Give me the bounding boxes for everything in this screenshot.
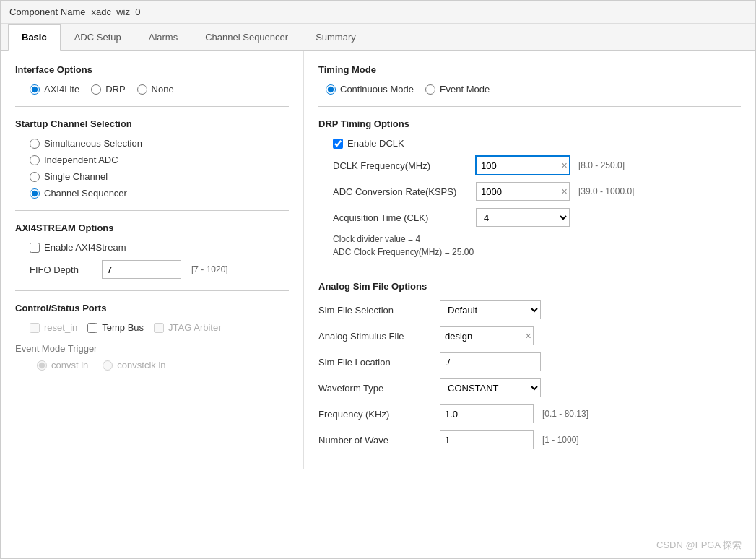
radio-channel-sequencer-input[interactable] [30,188,40,199]
radio-axi4lite-input[interactable] [30,84,40,95]
adc-conversion-label: ADC Conversion Rate(KSPS) [333,186,470,197]
radio-convst-in-input [37,360,47,370]
radio-axi4lite[interactable]: AXI4Lite [30,84,79,95]
radio-continuous-input[interactable] [326,84,336,95]
dclk-freq-clear[interactable]: ✕ [561,162,568,170]
radio-axi4lite-label: AXI4Lite [44,84,79,95]
adc-conversion-input-wrapper: ✕ [476,182,570,201]
radio-convst-in-label: convst in [51,360,88,370]
tabs-bar: Basic ADC Setup Alarms Channel Sequencer… [1,24,755,51]
tab-summary[interactable]: Summary [302,24,370,51]
waveform-type-select[interactable]: CONSTANT SINE TRIANGLE [440,378,541,397]
frequency-row: Frequency (KHz) [0.1 - 80.13] [318,404,741,423]
tab-adc-setup[interactable]: ADC Setup [61,24,135,51]
tab-channel-sequencer[interactable]: Channel Sequencer [191,24,302,51]
radio-single-channel[interactable]: Single Channel [30,171,289,182]
reset-in-label: reset_in [44,322,77,333]
acquisition-row: Acquisition Time (CLK) 4 8 16 [333,208,741,227]
clock-divider-info: Clock divider value = 4 [333,234,741,244]
radio-convst-in: convst in [37,360,88,370]
acquisition-label: Acquisition Time (CLK) [333,212,470,223]
dclk-freq-range: [8.0 - 250.0] [578,160,625,170]
dclk-freq-input[interactable] [476,156,570,175]
radio-single-channel-input[interactable] [30,172,40,182]
fifo-depth-input[interactable] [102,260,181,279]
interface-options-radios: AXI4Lite DRP None [15,84,289,95]
axi4stream-section: AXI4STREAM Options Enable AXI4Stream FIF… [15,222,289,279]
jtag-arbiter-checkbox: JTAG Arbiter [154,322,221,333]
component-name-bar: Component Name xadc_wiz_0 [1,1,755,24]
temp-bus-checkbox[interactable]: Temp Bus [87,322,144,333]
fifo-depth-row: FIFO Depth [7 - 1020] [15,260,289,279]
sim-file-location-input[interactable] [440,352,541,371]
main-container: Component Name xadc_wiz_0 Basic ADC Setu… [0,0,756,559]
radio-event[interactable]: Event Mode [425,84,490,95]
adc-conversion-clear[interactable]: ✕ [561,188,568,196]
enable-axi4stream-input[interactable] [30,243,40,253]
timing-mode-section: Timing Mode Continuous Mode Event Mode [318,64,741,95]
acquisition-select[interactable]: 4 8 16 [476,208,570,227]
radio-drp-input[interactable] [91,84,101,95]
temp-bus-input[interactable] [87,323,97,333]
drp-timing-section: DRP Timing Options Enable DCLK DCLK Freq… [318,118,741,257]
analog-stimulus-clear[interactable]: ✕ [525,332,531,340]
sim-file-selection-select[interactable]: Default Custom [440,300,541,319]
fifo-depth-label: FIFO Depth [30,264,95,275]
frequency-input[interactable] [440,404,534,423]
axi4stream-title: AXI4STREAM Options [15,222,289,233]
startup-channel-title: Startup Channel Selection [15,118,289,129]
radio-none-input[interactable] [137,84,147,95]
divider-2 [15,210,289,211]
radio-none[interactable]: None [137,84,174,95]
enable-axi4stream-checkbox[interactable]: Enable AXI4Stream [30,242,289,253]
sim-file-location-label: Sim File Location [318,357,434,368]
radio-convstclk-in: convstclk in [103,360,165,370]
num-waves-range: [1 - 1000] [542,435,579,445]
divider-3 [15,290,289,291]
radio-independent-adc-input[interactable] [30,155,40,165]
reset-in-input [30,323,40,333]
num-waves-label: Number of Wave [318,435,434,446]
adc-conversion-input[interactable] [476,182,570,201]
control-ports-title: Control/Status Ports [15,303,289,313]
frequency-label: Frequency (KHz) [318,409,434,420]
dclk-freq-input-wrapper: ✕ [476,156,570,175]
radio-simultaneous-input[interactable] [30,139,40,149]
radio-simultaneous[interactable]: Simultaneous Selection [30,138,289,149]
enable-axi4stream-label: Enable AXI4Stream [44,242,126,253]
analog-stimulus-row: Analog Stimulus File ✕ [318,326,741,345]
radio-continuous[interactable]: Continuous Mode [326,84,414,95]
radio-channel-sequencer[interactable]: Channel Sequencer [30,188,289,199]
radio-drp[interactable]: DRP [91,84,125,95]
waveform-type-row: Waveform Type CONSTANT SINE TRIANGLE [318,378,741,397]
adc-conversion-row: ADC Conversion Rate(KSPS) ✕ [39.0 - 1000… [333,182,741,201]
left-panel: Interface Options AXI4Lite DRP None [1,51,304,469]
tab-basic[interactable]: Basic [8,24,61,51]
divider-right-1 [318,106,741,107]
radio-drp-label: DRP [105,84,125,95]
component-name-value: xadc_wiz_0 [92,6,141,17]
enable-dclk-checkbox[interactable]: Enable DCLK [333,138,741,149]
waveform-type-label: Waveform Type [318,383,434,394]
radio-event-label: Event Mode [440,84,490,95]
num-waves-input[interactable] [440,430,534,449]
radio-independent-adc[interactable]: Independent ADC [30,155,289,165]
right-panel: Timing Mode Continuous Mode Event Mode D… [304,51,755,469]
radio-convstclk-in-label: convstclk in [117,360,165,370]
sim-file-selection-label: Sim File Selection [318,305,434,316]
enable-dclk-label: Enable DCLK [347,138,404,149]
radio-simultaneous-label: Simultaneous Selection [44,138,142,149]
analog-stimulus-input[interactable] [440,326,534,345]
timing-mode-radios: Continuous Mode Event Mode [318,84,741,95]
ports-checkbox-row: reset_in Temp Bus JTAG Arbiter [15,322,289,333]
jtag-arbiter-label: JTAG Arbiter [168,322,221,333]
event-trigger-label: Event Mode Trigger [15,343,289,354]
analog-sim-title: Analog Sim File Options [318,281,741,292]
radio-channel-sequencer-label: Channel Sequencer [44,188,127,199]
enable-dclk-input[interactable] [333,139,343,149]
tab-alarms[interactable]: Alarms [135,24,191,51]
sim-file-selection-row: Sim File Selection Default Custom [318,300,741,319]
enable-dclk-row: Enable DCLK [333,138,741,149]
radio-event-input[interactable] [425,84,435,95]
startup-channel-section: Startup Channel Selection Simultaneous S… [15,118,289,199]
